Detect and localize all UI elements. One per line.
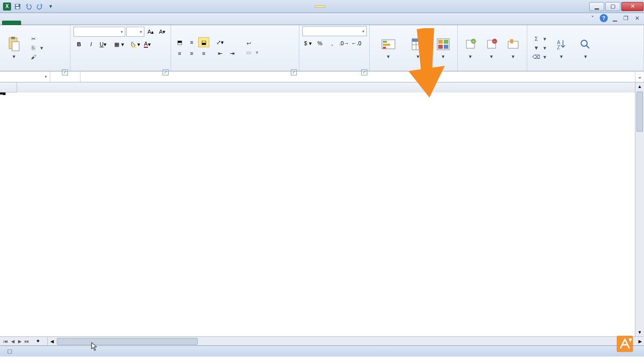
name-box[interactable]: ▾ — [0, 71, 50, 82]
svg-rect-10 — [383, 47, 386, 49]
sheet-nav-prev-icon[interactable]: ◀ — [9, 338, 16, 345]
qat-undo-icon[interactable] — [24, 2, 33, 11]
svg-rect-8 — [383, 41, 387, 43]
scroll-left-icon[interactable]: ◀ — [48, 337, 56, 345]
copy-button[interactable]: ⎘ ▾ — [27, 43, 45, 52]
help-icon[interactable]: ? — [600, 14, 608, 22]
svg-rect-2 — [16, 7, 20, 9]
tab-file[interactable] — [2, 21, 21, 25]
new-sheet-icon[interactable]: ✦ — [32, 338, 43, 344]
context-tab-table-tools — [314, 6, 326, 8]
qat-redo-icon[interactable] — [35, 2, 44, 11]
wrap-text-button[interactable]: ↩ — [243, 39, 261, 48]
svg-rect-9 — [383, 44, 390, 46]
workbook-minimize-icon[interactable]: ▁ — [611, 14, 619, 22]
workbook-close-icon[interactable]: ✕ — [633, 14, 641, 22]
align-bottom-icon[interactable]: ⬓ — [198, 37, 209, 47]
increase-decimal-icon[interactable]: .0→ — [339, 38, 350, 48]
paste-button[interactable]: ▾ — [3, 31, 25, 64]
horizontal-scrollbar[interactable]: ◀ ▶ — [47, 337, 644, 345]
align-center-icon[interactable]: ≡ — [186, 48, 197, 58]
excel-app-icon: X — [3, 3, 11, 11]
currency-icon[interactable]: $ ▾ — [302, 38, 313, 48]
fill-button[interactable]: ▼ ▾ — [530, 43, 548, 52]
font-launcher-icon[interactable]: ⤢ — [163, 69, 169, 75]
format-cells-button[interactable]: ▾ — [503, 31, 524, 64]
percent-icon[interactable]: % — [314, 38, 326, 48]
exceljet-watermark — [613, 335, 634, 353]
number-format-select[interactable]: ▾ — [302, 26, 367, 36]
align-right-icon[interactable]: ≡ — [198, 48, 209, 58]
font-size-select[interactable]: ▾ — [126, 27, 144, 37]
svg-rect-6 — [131, 47, 136, 48]
increase-indent-icon[interactable]: ⇥ — [226, 48, 237, 58]
scroll-down-icon[interactable]: ▼ — [635, 328, 644, 336]
sheet-nav-last-icon[interactable]: ⏭ — [23, 338, 30, 345]
vertical-scrollbar[interactable]: ▲ ▼ — [635, 82, 644, 336]
svg-rect-20 — [444, 45, 448, 49]
underline-button[interactable]: U ▾ — [98, 39, 109, 49]
cell-styles-button[interactable]: ▾ — [433, 31, 454, 64]
scroll-right-icon[interactable]: ▶ — [636, 337, 644, 345]
delete-cells-button[interactable]: − ▾ — [482, 31, 501, 64]
macro-record-icon[interactable]: ▢ — [7, 348, 12, 354]
active-cell[interactable] — [0, 93, 5, 95]
window-minimize-button[interactable]: ▁ — [589, 2, 604, 11]
svg-text:−: − — [493, 39, 496, 44]
scroll-up-icon[interactable]: ▲ — [635, 82, 644, 90]
merge-center-button[interactable]: ▭ ▾ — [243, 48, 261, 57]
fill-color-button[interactable]: ▾ — [130, 39, 141, 49]
clear-button[interactable]: ⌫ ▾ — [530, 52, 548, 61]
format-as-table-button[interactable]: ▾ — [406, 31, 430, 64]
shrink-font-icon[interactable]: A▾ — [157, 27, 168, 37]
svg-text:+: + — [472, 39, 475, 44]
format-painter-button[interactable]: 🖌 — [27, 52, 45, 61]
insert-cells-button[interactable]: + ▾ — [461, 31, 480, 64]
sort-filter-button[interactable]: AZ ▾ — [550, 31, 573, 64]
qat-dropdown-icon[interactable]: ▾ — [46, 2, 55, 11]
conditional-formatting-button[interactable]: ▾ — [373, 31, 404, 64]
align-left-icon[interactable]: ≡ — [174, 48, 185, 58]
sheet-nav-first-icon[interactable]: ⏮ — [2, 338, 9, 345]
autosum-button[interactable]: Σ ▾ — [530, 34, 548, 43]
svg-rect-12 — [412, 39, 424, 42]
cut-button[interactable]: ✂ — [27, 34, 45, 43]
workbook-restore-icon[interactable]: ❐ — [622, 14, 630, 22]
align-middle-icon[interactable]: ≡ — [186, 37, 197, 47]
alignment-launcher-icon[interactable]: ⤢ — [291, 69, 297, 75]
window-maximize-button[interactable]: ▢ — [605, 2, 620, 11]
comma-icon[interactable]: , — [327, 38, 338, 48]
italic-button[interactable]: I — [86, 39, 97, 49]
svg-rect-19 — [438, 45, 443, 49]
svg-rect-18 — [444, 40, 448, 44]
svg-rect-17 — [438, 40, 443, 44]
window-close-button[interactable]: ✕ — [621, 2, 643, 11]
svg-rect-28 — [510, 39, 513, 43]
orientation-icon[interactable]: ⤢▾ — [214, 37, 225, 47]
grow-font-icon[interactable]: A▴ — [145, 27, 156, 37]
decrease-decimal-icon[interactable]: ←.0 — [351, 38, 362, 48]
borders-button[interactable]: ▦ ▾ — [114, 39, 125, 49]
bold-button[interactable]: B — [73, 39, 85, 49]
svg-line-32 — [586, 45, 589, 48]
svg-rect-5 — [12, 42, 19, 51]
align-top-icon[interactable]: ⬒ — [174, 37, 185, 47]
font-name-select[interactable]: ▾ — [73, 27, 125, 37]
hscroll-thumb[interactable] — [57, 338, 198, 345]
select-all-corner[interactable] — [0, 82, 17, 93]
clipboard-launcher-icon[interactable]: ⤢ — [62, 69, 68, 75]
ribbon-minimize-icon[interactable]: ˅ — [589, 14, 597, 22]
svg-rect-4 — [11, 37, 15, 39]
font-color-button[interactable]: A▾ — [142, 39, 153, 49]
find-select-button[interactable]: ▾ — [575, 31, 597, 64]
svg-rect-1 — [16, 4, 19, 6]
formula-expand-icon[interactable]: ⌄ — [635, 71, 644, 82]
qat-save-icon[interactable] — [13, 2, 22, 11]
number-launcher-icon[interactable]: ⤢ — [361, 69, 367, 75]
decrease-indent-icon[interactable]: ⇤ — [214, 48, 225, 58]
sheet-nav-next-icon[interactable]: ▶ — [16, 338, 23, 345]
vscroll-thumb[interactable] — [636, 92, 643, 132]
svg-text:Z: Z — [557, 45, 560, 50]
